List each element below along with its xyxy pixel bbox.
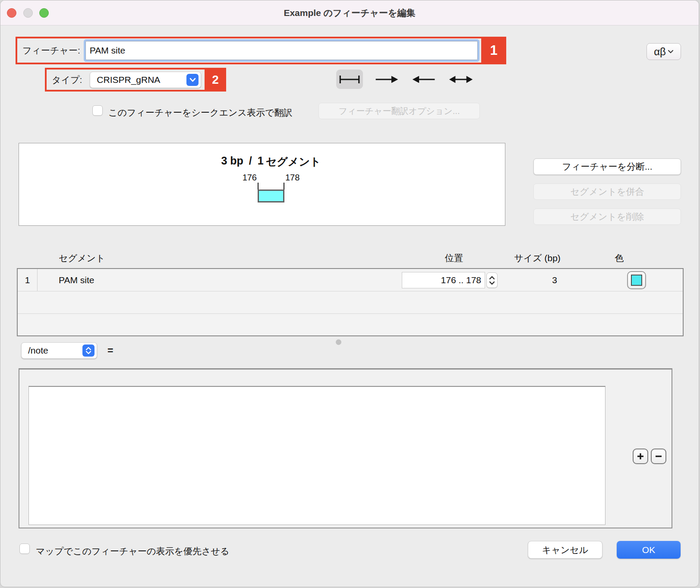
stepper-down-icon: [489, 281, 495, 285]
delete-segment-button[interactable]: セグメントを削除: [533, 209, 681, 225]
annotation-badge-1: 1: [481, 37, 506, 64]
qualifier-dropdown[interactable]: /note: [21, 342, 97, 359]
window-title: Example のフィーチャーを編集: [284, 7, 415, 19]
chevron-down-icon: [668, 50, 674, 54]
feature-name-input[interactable]: [85, 41, 478, 60]
edit-feature-dialog: Example のフィーチャーを編集 フィーチャー: 1 αβ タイプ: CRI…: [0, 0, 699, 587]
merge-segments-label: セグメントを併合: [571, 186, 644, 198]
segment-start-label: 176: [243, 173, 257, 183]
header-color: 色: [606, 252, 632, 264]
split-feature-button[interactable]: フィーチャーを分断...: [533, 158, 681, 175]
updown-chevrons-icon: [82, 345, 95, 357]
segment-color-well[interactable]: [627, 271, 646, 289]
titlebar: Example のフィーチャーを編集: [0, 0, 699, 25]
equals-sign: =: [107, 345, 113, 357]
translate-checkbox-label: このフィーチャーをシークエンス表示で翻訳: [108, 107, 292, 119]
summary-count: 1: [258, 155, 264, 169]
segment-ticks: [258, 183, 284, 190]
left-arrow-icon: [411, 74, 436, 85]
table-row-empty[interactable]: [18, 291, 683, 314]
translate-checkbox[interactable]: [92, 105, 103, 116]
minimize-button[interactable]: [23, 8, 33, 18]
add-qualifier-button[interactable]: [633, 449, 648, 464]
segment-range-labels: 176 178: [243, 173, 300, 183]
direction-none-button[interactable]: [336, 70, 363, 89]
type-dropdown-value: CRISPR_gRNA: [90, 75, 186, 85]
summary-slash: /: [249, 155, 252, 169]
minus-icon: [654, 452, 663, 461]
map-priority-checkbox[interactable]: [19, 544, 30, 554]
ok-button[interactable]: OK: [617, 541, 681, 559]
delete-segment-label: セグメントを削除: [571, 211, 644, 223]
segments-table: 1 PAM site 3: [17, 268, 684, 336]
ok-label: OK: [642, 545, 655, 555]
header-position: 位置: [437, 252, 471, 264]
annotation-badge-2: 2: [205, 68, 226, 92]
chevron-down-icon: [186, 74, 199, 86]
feature-label: フィーチャー:: [22, 44, 80, 57]
translation-options-button[interactable]: フィーチャー翻訳オプション...: [318, 103, 480, 119]
merge-segments-button[interactable]: セグメントを併合: [533, 183, 681, 200]
map-priority-label: マップでこのフィーチャーの表示を優先させる: [36, 545, 229, 557]
row-index: 1: [18, 269, 38, 291]
note-editor-panel: [19, 368, 672, 528]
remove-qualifier-button[interactable]: [651, 449, 666, 464]
stepper-up-icon: [489, 276, 495, 280]
table-row[interactable]: 1 PAM site 3: [18, 269, 683, 291]
segment-size-cell: 3: [520, 269, 589, 291]
right-arrow-icon: [374, 74, 399, 85]
split-feature-label: フィーチャーを分断...: [562, 161, 653, 173]
segment-summary: 3 bp / 1 セグメント: [221, 155, 321, 169]
header-size: サイズ (bp): [503, 252, 572, 264]
note-textarea[interactable]: [28, 386, 605, 525]
summary-bp: 3 bp: [221, 155, 243, 169]
cancel-label: キャンセル: [542, 544, 588, 556]
table-row-empty[interactable]: [18, 314, 683, 337]
cancel-button[interactable]: キャンセル: [528, 541, 602, 559]
type-dropdown[interactable]: CRISPR_gRNA: [90, 72, 201, 88]
qualifier-dropdown-value: /note: [22, 345, 82, 356]
annotation-box-2: タイプ: CRISPR_gRNA 2: [45, 68, 226, 92]
zoom-button[interactable]: [39, 8, 49, 18]
annotation-box-1: フィーチャー: 1: [16, 37, 506, 64]
segment-name-cell: PAM site: [59, 269, 94, 291]
direction-forward-button[interactable]: [373, 70, 400, 89]
segment-rectangle: [258, 190, 284, 202]
direction-reverse-button[interactable]: [410, 70, 437, 89]
segment-end-label: 178: [285, 173, 300, 183]
header-segment: セグメント: [59, 252, 105, 264]
position-input[interactable]: [402, 272, 485, 288]
position-stepper[interactable]: [486, 272, 498, 288]
alphabeta-menu-button[interactable]: αβ: [646, 43, 681, 60]
close-button[interactable]: [7, 8, 16, 18]
type-label: タイプ:: [52, 74, 82, 86]
summary-word: セグメント: [266, 155, 321, 169]
double-arrow-icon: [448, 74, 473, 85]
segment-preview-panel: 3 bp / 1 セグメント 176 178: [19, 143, 505, 226]
alphabeta-label: αβ: [654, 46, 666, 58]
splitter-drag-handle[interactable]: [336, 339, 341, 345]
translation-options-label: フィーチャー翻訳オプション...: [339, 105, 460, 117]
nondirectional-icon: [337, 74, 362, 85]
color-swatch: [631, 275, 642, 286]
plus-icon: [636, 452, 645, 461]
direction-bidirectional-button[interactable]: [448, 70, 474, 89]
